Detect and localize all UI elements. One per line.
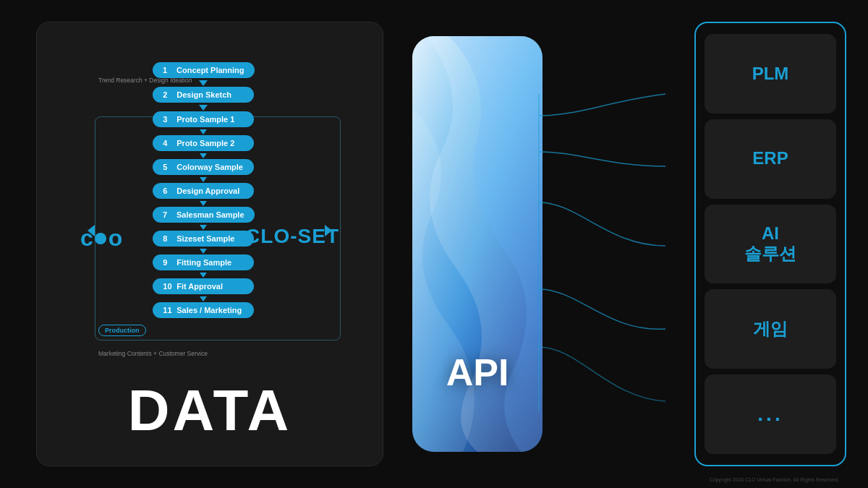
marketing-label: Marketing Contents + Customer Service: [98, 350, 208, 357]
clo-logo: c o: [80, 225, 122, 252]
production-label: Production: [98, 322, 146, 335]
arrow-4: [200, 153, 207, 158]
step-6[interactable]: 6 Design Approval: [153, 183, 254, 199]
step-5[interactable]: 5 Colorway Sample: [153, 159, 254, 175]
arrow-7: [200, 225, 207, 230]
game-card[interactable]: 게임: [705, 289, 836, 369]
step-8-num: 8: [163, 234, 173, 243]
step-5-num: 5: [163, 163, 173, 171]
right-panel: PLM ERP AI 솔루션 게임 ...: [694, 22, 846, 466]
step-6-label: Design Approval: [176, 187, 239, 195]
arrow-6: [200, 201, 207, 206]
closet-logo: CLO-SET: [245, 225, 339, 248]
step-2-label: Design Sketch: [176, 90, 231, 99]
data-label: DATA: [128, 377, 292, 444]
clo-logo-text: c: [80, 225, 93, 252]
step-7-label: Salesman Sample: [176, 210, 244, 219]
connector-lines: [535, 58, 680, 434]
more-dots: ...: [757, 403, 783, 426]
step-9-num: 9: [163, 258, 173, 267]
step-11-num: 11: [163, 306, 173, 314]
erp-card[interactable]: ERP: [705, 119, 836, 199]
arrow-8: [200, 249, 207, 254]
plm-label: PLM: [752, 64, 789, 85]
step-1[interactable]: 1 Concept Planning: [153, 62, 255, 78]
clo-logo-circle: [95, 233, 106, 244]
game-label: 게임: [753, 319, 788, 340]
step-1-label: Concept Planning: [176, 66, 244, 74]
step-10-num: 10: [163, 282, 173, 291]
step-11-label: Sales / Marketing: [176, 306, 242, 314]
step-10-label: Fit Approval: [176, 282, 223, 291]
copyright: Copyright 2024 CLO Virtual Fashion. All …: [710, 477, 839, 482]
step-2-num: 2: [163, 90, 173, 99]
plm-card[interactable]: PLM: [705, 34, 836, 114]
step-6-num: 6: [163, 187, 173, 195]
step-2[interactable]: 2 Design Sketch: [153, 87, 254, 103]
step-4[interactable]: 4 Proto Sample 2: [153, 135, 254, 151]
step-3[interactable]: 3 Proto Sample 1: [153, 111, 254, 127]
ai-card[interactable]: AI 솔루션: [705, 205, 836, 284]
step-5-label: Colorway Sample: [176, 163, 243, 171]
phone-container: API: [412, 36, 542, 452]
step-7[interactable]: 7 Salesman Sample: [153, 207, 255, 223]
arrow-9: [200, 273, 207, 278]
left-panel: Trend Research + Design Ideation c o CLO…: [36, 22, 383, 466]
step-4-label: Proto Sample 2: [176, 139, 234, 147]
erp-label: ERP: [752, 148, 788, 169]
ai-label: AI 솔루션: [744, 223, 796, 265]
step-8[interactable]: 8 Sizeset Sample: [153, 231, 254, 247]
step-9-label: Fitting Sample: [176, 258, 231, 267]
step-7-num: 7: [163, 210, 173, 219]
step-3-num: 3: [163, 115, 173, 124]
arrow-2: [199, 105, 208, 111]
step-9[interactable]: 9 Fitting Sample: [153, 254, 254, 270]
arrow-3: [200, 129, 207, 134]
step-10[interactable]: 10 Fit Approval: [153, 278, 254, 294]
workflow: 1 Concept Planning 2 Design Sketch 3 Pro…: [153, 62, 255, 320]
step-4-num: 4: [163, 139, 173, 147]
clo-logo-text2: o: [109, 225, 122, 252]
step-1-num: 1: [163, 66, 173, 74]
phone-background: API: [412, 36, 542, 452]
arrow-10: [200, 296, 207, 301]
more-card[interactable]: ...: [705, 374, 836, 454]
step-8-label: Sizeset Sample: [176, 234, 234, 243]
step-3-label: Proto Sample 1: [176, 115, 234, 124]
api-label: API: [446, 351, 509, 394]
arrow-1: [199, 80, 208, 86]
step-11[interactable]: 11 Sales / Marketing: [153, 302, 254, 318]
arrow-5: [200, 177, 207, 182]
production-badge: Production: [98, 325, 146, 336]
